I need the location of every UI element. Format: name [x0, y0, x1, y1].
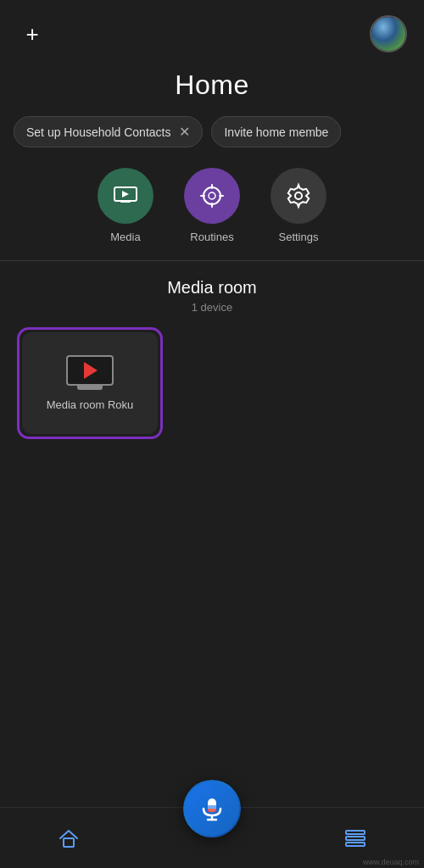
- add-button[interactable]: +: [17, 19, 47, 49]
- home-nav-icon: [57, 826, 81, 850]
- play-icon: [84, 362, 98, 379]
- devices-nav-icon: [343, 826, 367, 850]
- svg-rect-15: [64, 838, 74, 847]
- svg-rect-2: [120, 201, 131, 203]
- svg-point-3: [204, 187, 220, 204]
- device-card-selected[interactable]: Media room Roku: [17, 327, 163, 439]
- invite-home-chip[interactable]: Invite home membe: [211, 116, 341, 147]
- tv-screen: [66, 355, 114, 386]
- svg-rect-17: [346, 837, 365, 840]
- routines-icon: [198, 181, 226, 210]
- tv-stand: [77, 386, 103, 390]
- mic-fab-wrapper: [183, 780, 241, 837]
- device-label: Media room Roku: [47, 398, 134, 411]
- media-action[interactable]: Media: [98, 168, 153, 243]
- chip-label: Invite home membe: [224, 125, 328, 139]
- room-device-count: 1 device: [17, 301, 407, 314]
- svg-rect-14: [208, 809, 216, 812]
- chip-close-icon[interactable]: ✕: [179, 124, 190, 140]
- settings-action[interactable]: Settings: [271, 168, 326, 243]
- routines-action[interactable]: Routines: [184, 168, 240, 243]
- svg-point-9: [295, 192, 302, 199]
- room-title: Media room: [17, 278, 407, 298]
- settings-icon-circle: [271, 168, 326, 224]
- settings-icon: [284, 181, 313, 210]
- routines-label: Routines: [190, 231, 233, 243]
- nav-devices[interactable]: [326, 820, 384, 857]
- routines-icon-circle: [184, 168, 240, 224]
- device-card[interactable]: Media room Roku: [22, 332, 158, 434]
- settings-label: Settings: [279, 231, 319, 243]
- media-icon-circle: [98, 168, 153, 224]
- mic-icon: [198, 795, 226, 822]
- app-header: +: [0, 0, 424, 61]
- watermark: www.deuaq.com: [363, 858, 419, 866]
- room-section: Media room 1 device Media room Roku: [0, 278, 424, 439]
- nav-home[interactable]: [40, 820, 98, 857]
- svg-rect-13: [208, 805, 216, 809]
- media-icon: [111, 181, 140, 210]
- section-divider: [0, 260, 424, 261]
- suggestion-chips: Set up Household Contacts ✕ Invite home …: [0, 116, 424, 147]
- mic-button[interactable]: [183, 780, 241, 837]
- chip-label: Set up Household Contacts: [26, 125, 170, 139]
- avatar[interactable]: [370, 15, 407, 53]
- media-label: Media: [110, 231, 140, 243]
- quick-actions-row: Media Routines Settings: [0, 168, 424, 243]
- household-contacts-chip[interactable]: Set up Household Contacts ✕: [14, 116, 203, 147]
- svg-point-4: [209, 192, 215, 199]
- page-title: Home: [0, 70, 424, 101]
- tv-icon: [66, 355, 114, 390]
- svg-rect-18: [346, 843, 365, 846]
- svg-marker-1: [122, 191, 129, 198]
- svg-rect-16: [346, 831, 365, 834]
